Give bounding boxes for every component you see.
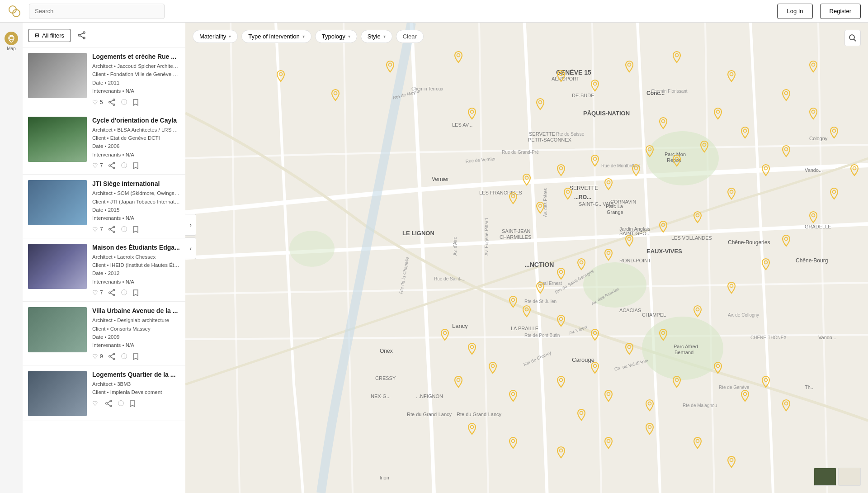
- share-button[interactable]: [108, 289, 116, 296]
- all-filters-label: All filters: [42, 32, 64, 39]
- list-item[interactable]: Cycle d'orientation de Cayla Architect •…: [23, 111, 185, 175]
- logo-icon[interactable]: [7, 4, 22, 19]
- svg-line-27: [110, 293, 113, 295]
- card-thumbnail: [28, 53, 87, 98]
- intervention-filter[interactable]: Type of intervention ▾: [241, 30, 311, 43]
- svg-text:Jardin Anglais: Jardin Anglais: [619, 226, 651, 232]
- svg-point-189: [849, 35, 854, 40]
- svg-text:Rte de Suisse: Rte de Suisse: [556, 132, 585, 137]
- map-collapse-button[interactable]: ‹: [185, 237, 196, 259]
- listing-panel: ⊟ All filters Logements et crèche Rue ..…: [23, 23, 185, 493]
- svg-text:Chemin Terroux: Chemin Terroux: [411, 86, 443, 91]
- svg-text:CRESSY: CRESSY: [375, 375, 396, 381]
- style-filter[interactable]: Style ▾: [361, 30, 392, 43]
- card-intervenants: Intervenants • N/A: [92, 151, 180, 159]
- bookmark-button[interactable]: [132, 226, 139, 233]
- svg-point-23: [113, 289, 115, 291]
- filters-bar: ⊟ All filters: [23, 23, 185, 47]
- svg-text:...NCTION: ...NCTION: [524, 261, 554, 268]
- svg-line-11: [110, 100, 113, 102]
- map-expand-button[interactable]: ›: [185, 214, 196, 236]
- svg-text:lnon: lnon: [380, 475, 389, 480]
- all-filters-button[interactable]: ⊟ All filters: [28, 29, 71, 42]
- svg-point-4: [78, 34, 80, 36]
- svg-line-26: [110, 291, 113, 293]
- share-button[interactable]: [108, 226, 116, 233]
- clear-button[interactable]: Clear: [396, 30, 424, 43]
- bookmark-icon: [132, 289, 139, 296]
- list-item[interactable]: Villa Urbaine Avenue de la ... Architect…: [23, 302, 185, 365]
- info-icon: ⓘ: [121, 161, 127, 170]
- svg-point-2: [9, 36, 13, 40]
- svg-point-42: [289, 231, 335, 267]
- bookmark-button[interactable]: [132, 99, 139, 106]
- login-button[interactable]: Log In: [777, 4, 812, 19]
- like-button[interactable]: ♡ 7: [92, 226, 103, 233]
- svg-text:Av. Eugène-Pittard: Av. Eugène-Pittard: [484, 218, 489, 256]
- card-thumbnail: [28, 307, 87, 352]
- materiality-filter[interactable]: Materiality ▾: [193, 30, 238, 43]
- share-icon: [108, 226, 116, 233]
- share-button[interactable]: [108, 353, 116, 360]
- like-button[interactable]: ♡ 7: [92, 289, 103, 296]
- like-button[interactable]: ♡ 5: [92, 99, 103, 106]
- svg-text:NEX-G...: NEX-G...: [371, 393, 391, 399]
- share-button[interactable]: [105, 400, 113, 407]
- svg-text:CHÊNE-THONEX: CHÊNE-THONEX: [750, 335, 787, 340]
- svg-line-17: [110, 166, 113, 168]
- svg-text:ROND-POINT: ROND-POINT: [619, 258, 651, 263]
- svg-text:Av. des Frères: Av. des Frères: [543, 188, 548, 217]
- map-area: Parc Mon Repos Parc Alfred Bertrand Parc…: [185, 23, 868, 493]
- list-item[interactable]: JTI Siège international Architect • SOM …: [23, 175, 185, 238]
- info-button[interactable]: ⓘ: [121, 225, 127, 233]
- heart-icon: ♡: [92, 99, 98, 106]
- card-actions: ♡ ⓘ: [92, 399, 180, 408]
- share-icon-button[interactable]: [75, 28, 89, 43]
- svg-point-35: [110, 405, 112, 407]
- list-item[interactable]: Maison des Étudiants Edga... Architect •…: [23, 238, 185, 302]
- svg-point-18: [113, 226, 115, 228]
- map-layer-button[interactable]: [838, 468, 861, 486]
- map-tab[interactable]: Map: [2, 30, 20, 52]
- map-search-button[interactable]: [844, 30, 861, 46]
- satellite-layer-button[interactable]: [814, 468, 836, 486]
- bookmark-button[interactable]: [132, 289, 139, 296]
- like-button[interactable]: ♡: [92, 400, 100, 407]
- svg-text:LA PRAILLE: LA PRAILLE: [511, 326, 538, 331]
- list-item[interactable]: Logements et crèche Rue ... Architect • …: [23, 47, 185, 111]
- card-thumbnail: [28, 180, 87, 225]
- bookmark-button[interactable]: [132, 353, 139, 360]
- like-button[interactable]: ♡ 9: [92, 353, 103, 360]
- share-button[interactable]: [108, 162, 116, 169]
- svg-line-6: [80, 33, 83, 35]
- svg-text:Lancy: Lancy: [452, 322, 468, 329]
- card-architect: Architect • Jaccoud Spicher Architect...: [92, 62, 180, 70]
- info-button[interactable]: ⓘ: [121, 289, 127, 297]
- svg-point-3: [83, 32, 85, 33]
- bookmark-button[interactable]: [129, 400, 136, 407]
- card-intervenants: Intervenants • N/A: [92, 214, 180, 222]
- svg-line-7: [80, 36, 83, 38]
- card-client: Client • Fondation Ville de Genève po...: [92, 70, 180, 78]
- list-item[interactable]: Logements Quartier de la ... Architect •…: [23, 365, 185, 421]
- svg-text:Parc Alfred: Parc Alfred: [674, 344, 698, 349]
- register-button[interactable]: Register: [820, 4, 861, 19]
- like-button[interactable]: ♡ 7: [92, 162, 103, 169]
- info-button[interactable]: ⓘ: [121, 161, 127, 170]
- svg-text:SERVETTE: SERVETTE: [570, 185, 598, 191]
- info-button[interactable]: ⓘ: [118, 399, 124, 408]
- svg-text:AÉROPORT: AÉROPORT: [552, 76, 580, 81]
- info-button[interactable]: ⓘ: [121, 98, 127, 106]
- share-button[interactable]: [108, 99, 116, 106]
- search-input[interactable]: [29, 4, 165, 19]
- info-button[interactable]: ⓘ: [121, 352, 127, 360]
- heart-icon: ♡: [92, 226, 98, 233]
- svg-text:...NFIGNON: ...NFIGNON: [416, 393, 443, 399]
- svg-point-28: [113, 353, 115, 355]
- card-architect: Architect • Designlab-architecture: [92, 316, 180, 324]
- svg-text:Rte de St-Julien: Rte de St-Julien: [524, 299, 557, 304]
- typology-filter[interactable]: Typology ▾: [315, 30, 357, 43]
- svg-text:GENÈVE 15: GENÈVE 15: [556, 69, 591, 76]
- like-count: 5: [100, 99, 103, 105]
- bookmark-button[interactable]: [132, 162, 139, 169]
